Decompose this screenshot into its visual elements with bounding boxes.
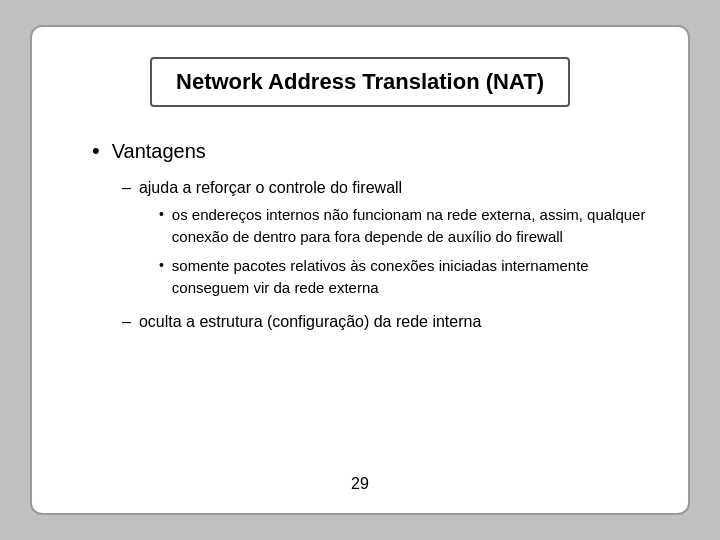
sub-sub-item-1: • os endereços internos não funcionam na… [159, 204, 648, 249]
main-bullet: • Vantagens [92, 137, 648, 166]
sub-bullet-icon-2: • [159, 255, 164, 276]
sub-sub-text-2: somente pacotes relativos às conexões in… [172, 255, 648, 300]
sub-item-1-label: ajuda a reforçar o controle do firewall [139, 179, 402, 196]
sub-list: – ajuda a reforçar o controle do firewal… [122, 176, 648, 334]
bullet-icon: • [92, 137, 100, 166]
slide: Network Address Translation (NAT) • Vant… [30, 25, 690, 515]
sub-sub-list-1: • os endereços internos não funcionam na… [159, 204, 648, 300]
sub-item-2-label: oculta a estrutura (configuração) da red… [139, 310, 481, 334]
main-bullet-label: Vantagens [112, 137, 206, 165]
dash-icon-1: – [122, 176, 131, 200]
page-number: 29 [72, 465, 648, 493]
sub-sub-text-1: os endereços internos não funcionam na r… [172, 204, 648, 249]
sub-bullet-icon-1: • [159, 204, 164, 225]
slide-title: Network Address Translation (NAT) [176, 69, 544, 94]
dash-icon-2: – [122, 310, 131, 334]
sub-item-1-content: ajuda a reforçar o controle do firewall … [139, 176, 648, 306]
sub-item-1: – ajuda a reforçar o controle do firewal… [122, 176, 648, 306]
sub-item-2: – oculta a estrutura (configuração) da r… [122, 310, 648, 334]
title-box: Network Address Translation (NAT) [150, 57, 570, 107]
sub-sub-item-2: • somente pacotes relativos às conexões … [159, 255, 648, 300]
slide-content: • Vantagens – ajuda a reforçar o control… [72, 137, 648, 465]
